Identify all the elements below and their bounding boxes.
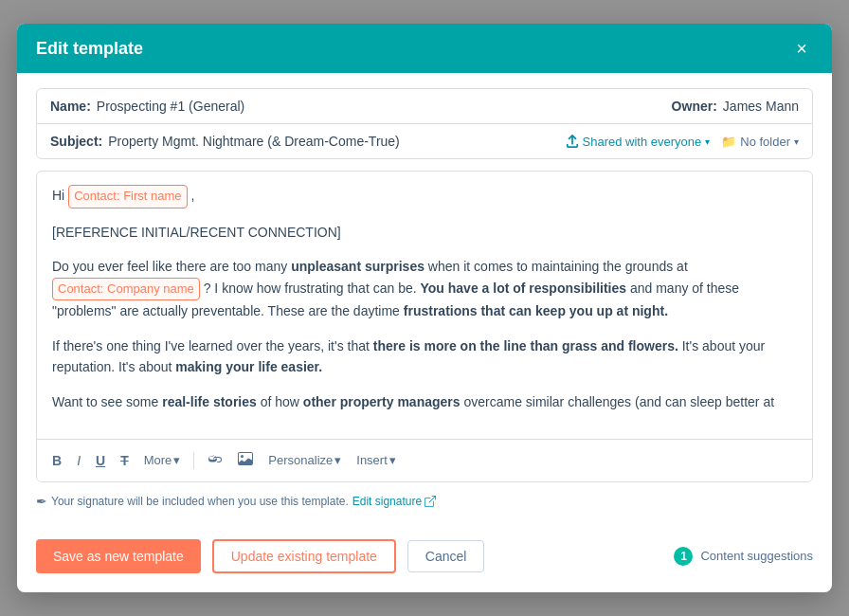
editor-paragraph-1: Hi Contact: First name ,: [52, 185, 797, 208]
modal-header: Edit template ×: [17, 24, 832, 73]
para2-mid1: when it comes to maintaining the grounds…: [424, 259, 688, 274]
image-button[interactable]: [232, 447, 259, 474]
signature-icon: ✒: [36, 494, 47, 509]
link-button[interactable]: [202, 447, 228, 474]
owner-section: Owner: James Mann: [672, 99, 799, 114]
suggestions-badge: 1: [674, 547, 693, 566]
modal-title: Edit template: [36, 39, 143, 59]
insert-button[interactable]: Insert ▾: [351, 449, 402, 471]
folder-label: No folder: [740, 135, 790, 149]
modal-body: Name: Prospecting #1 (General) Owner: Ja…: [17, 73, 832, 539]
para2-bold2: You have a lot of responsibilities: [420, 281, 626, 296]
share-icon: [566, 135, 579, 148]
para4-bold1: real-life stories: [162, 394, 257, 409]
update-existing-button[interactable]: Update existing template: [212, 539, 396, 573]
para3-before: If there's one thing I've learned over t…: [52, 338, 373, 353]
contact-first-name-tag: Contact: First name: [68, 185, 187, 208]
underline-button[interactable]: U: [90, 450, 111, 471]
edit-signature-label: Edit signature: [352, 495, 422, 508]
shared-chevron-icon: ▾: [705, 136, 710, 147]
owner-name: James Mann: [723, 99, 799, 114]
subject-actions: Shared with everyone ▾ 📁 No folder ▾: [566, 135, 800, 149]
content-suggestions: 1 Content suggestions: [674, 547, 813, 566]
greeting-hi: Hi: [52, 188, 68, 203]
image-icon: [238, 451, 253, 466]
para2-bold3: frustrations that can keep you up at nig…: [404, 303, 668, 318]
reference-line: [REFERENCE INITIAL/RECENT CONNECTION]: [52, 225, 341, 240]
para3-bold2: making your life easier.: [175, 359, 322, 374]
suggestions-label: Content suggestions: [700, 549, 813, 563]
more-button[interactable]: More ▾: [138, 449, 187, 471]
para2-bold1: unpleasant surprises: [291, 259, 424, 274]
editor-toolbar: B I U T More ▾ Perso: [37, 439, 812, 481]
para4-mid: of how: [257, 394, 303, 409]
editor-area: Hi Contact: First name , [REFERENCE INIT…: [36, 171, 813, 482]
para4-bold2: other property managers: [303, 394, 461, 409]
bold-button[interactable]: B: [46, 450, 67, 471]
contact-company-tag: Contact: Company name: [52, 278, 200, 301]
shared-button[interactable]: Shared with everyone ▾: [566, 135, 711, 149]
personalize-label: Personalize: [268, 453, 333, 467]
modal: Edit template × Name: Prospecting #1 (Ge…: [17, 24, 832, 592]
name-label: Name:: [50, 99, 91, 114]
close-button[interactable]: ×: [790, 37, 813, 60]
insert-chevron-icon: ▾: [389, 453, 396, 467]
comma: ,: [188, 188, 195, 203]
more-chevron-icon: ▾: [173, 453, 180, 467]
external-link-icon: [424, 496, 436, 507]
edit-signature-link[interactable]: Edit signature: [352, 495, 436, 508]
name-row: Name: Prospecting #1 (General) Owner: Ja…: [37, 89, 812, 124]
subject-label: Subject:: [50, 134, 102, 149]
folder-icon: 📁: [721, 135, 736, 149]
cancel-button[interactable]: Cancel: [407, 540, 485, 572]
editor-content[interactable]: Hi Contact: First name , [REFERENCE INIT…: [37, 172, 812, 439]
strikethrough-button[interactable]: T: [115, 450, 135, 471]
personalize-chevron-icon: ▾: [334, 453, 341, 467]
para2-before: Do you ever feel like there are too many: [52, 259, 291, 274]
modal-footer: Save as new template Update existing tem…: [17, 539, 832, 592]
save-new-template-button[interactable]: Save as new template: [36, 539, 201, 573]
personalize-button[interactable]: Personalize ▾: [262, 449, 347, 471]
signature-text: Your signature will be included when you…: [51, 495, 349, 508]
template-info: Name: Prospecting #1 (General) Owner: Ja…: [36, 88, 813, 159]
folder-button[interactable]: 📁 No folder ▾: [721, 135, 799, 149]
modal-overlay: Edit template × Name: Prospecting #1 (Ge…: [0, 0, 849, 616]
para3-bold1: there is more on the line than grass and…: [373, 338, 678, 353]
owner-label: Owner:: [672, 99, 717, 114]
italic-button[interactable]: I: [71, 450, 86, 471]
more-label: More: [144, 453, 172, 467]
signature-note: ✒ Your signature will be included when y…: [36, 494, 813, 509]
subject-row: Subject: Property Mgmt. Nightmare (& Dre…: [37, 124, 812, 158]
shared-label: Shared with everyone: [583, 135, 702, 149]
subject-value: Property Mgmt. Nightmare (& Dream-Come-T…: [108, 134, 565, 149]
folder-chevron-icon: ▾: [794, 136, 799, 147]
para2-mid2: ? I know how frustrating that can be.: [200, 281, 421, 296]
toolbar-separator-1: [193, 452, 194, 469]
para4-after: overcame similar challenges (and can sle…: [461, 394, 775, 409]
insert-label: Insert: [356, 453, 388, 467]
editor-paragraph-ref: [REFERENCE INITIAL/RECENT CONNECTION]: [52, 222, 797, 243]
editor-paragraph-4: Want to see some real-life stories of ho…: [52, 391, 797, 412]
name-value: Prospecting #1 (General): [97, 99, 672, 114]
editor-paragraph-2: Do you ever feel like there are too many…: [52, 256, 797, 322]
para4-before: Want to see some: [52, 394, 162, 409]
link-icon: [208, 451, 223, 466]
editor-paragraph-3: If there's one thing I've learned over t…: [52, 335, 797, 378]
